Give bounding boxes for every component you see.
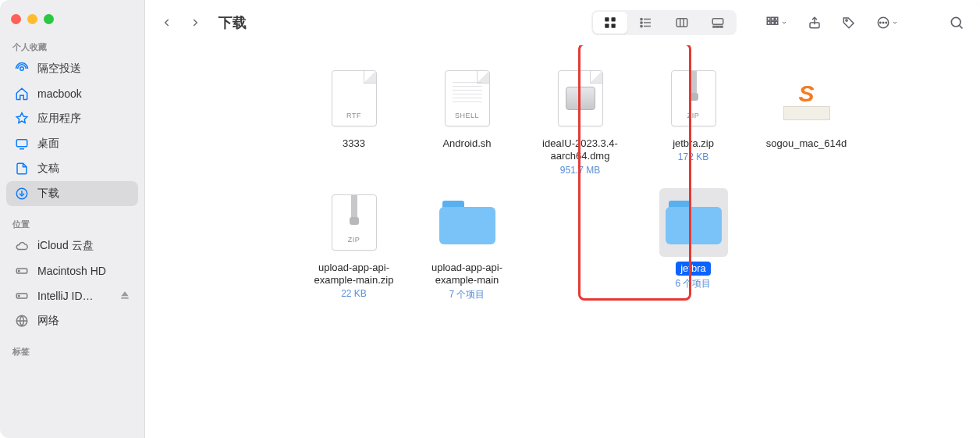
share-button[interactable] <box>805 13 824 32</box>
svg-rect-21 <box>767 17 770 20</box>
file-item[interactable]: ideaIU-2023.3.4-aarch64.dmg 951.7 MB <box>524 59 637 183</box>
sidebar-item-intellij-idea[interactable]: IntelliJ ID… <box>6 283 138 308</box>
sidebar-item-applications[interactable]: 应用程序 <box>6 106 138 131</box>
svg-rect-11 <box>605 24 609 28</box>
minimize-window-button[interactable] <box>27 14 37 24</box>
nav-forward-button[interactable] <box>183 12 208 34</box>
file-meta: 22 KB <box>341 288 367 299</box>
file-thumbnail <box>659 188 728 257</box>
window-title: 下载 <box>218 13 247 32</box>
sidebar: 个人收藏 隔空投送 macbook 应用程序 桌面 文稿 <box>0 0 145 438</box>
sidebar-item-label: iCloud 云盘 <box>37 239 94 253</box>
file-thumbnail: RTF <box>320 64 389 133</box>
documents-icon <box>14 161 30 176</box>
sidebar-item-macintosh-hd[interactable]: Macintosh HD <box>6 258 138 283</box>
sidebar-item-label: 隔空投送 <box>37 62 81 76</box>
sidebar-item-home[interactable]: macbook <box>6 81 138 106</box>
cloud-icon <box>14 238 30 254</box>
svg-point-14 <box>641 22 642 23</box>
svg-rect-22 <box>772 17 775 20</box>
sidebar-item-label: 网络 <box>37 314 59 328</box>
desktop-icon <box>14 136 30 151</box>
fullscreen-window-button[interactable] <box>44 14 54 24</box>
file-name: 3333 <box>343 137 365 150</box>
window-controls <box>0 6 144 38</box>
sidebar-item-documents[interactable]: 文稿 <box>6 156 138 181</box>
svg-rect-26 <box>776 22 778 25</box>
globe-icon <box>14 313 30 329</box>
svg-point-0 <box>20 67 24 71</box>
file-thumbnail: ZIP <box>659 64 728 133</box>
sidebar-item-label: macbook <box>37 87 82 100</box>
toolbar: 下载 <box>145 0 980 45</box>
sidebar-section-locations-label: 位置 <box>0 215 144 233</box>
file-thumbnail: ZIP <box>320 188 389 257</box>
svg-rect-12 <box>612 24 616 28</box>
file-item[interactable]: SHELL Android.sh <box>410 59 524 183</box>
sidebar-item-label: 桌面 <box>37 137 59 151</box>
file-grid[interactable]: RTF 3333 SHELL Android.sh ideaIU-2023.3.… <box>145 45 980 438</box>
file-item[interactable]: ZIP upload-app-api-example-main.zip 22 K… <box>297 183 410 310</box>
sidebar-item-label: 应用程序 <box>37 112 81 126</box>
svg-rect-18 <box>713 27 715 28</box>
file-item[interactable]: S sogou_mac_614d <box>750 59 863 183</box>
svg-rect-7 <box>121 297 128 298</box>
file-item[interactable]: jetbra 6 个项目 <box>637 183 750 310</box>
eject-icon[interactable] <box>119 290 130 303</box>
svg-rect-20 <box>720 27 723 28</box>
view-columns-button[interactable] <box>665 12 699 34</box>
view-list-button[interactable] <box>629 12 663 34</box>
airdrop-icon <box>14 61 30 77</box>
nav-back-button[interactable] <box>154 12 179 34</box>
finder-window: 个人收藏 隔空投送 macbook 应用程序 桌面 文稿 <box>0 0 980 438</box>
file-meta: 7 个项目 <box>449 288 485 301</box>
file-thumbnail <box>433 188 502 257</box>
sidebar-item-airdrop[interactable]: 隔空投送 <box>6 56 138 81</box>
file-name: jetbra <box>676 262 711 276</box>
sidebar-section-tags-label: 标签 <box>0 343 144 361</box>
group-by-button[interactable] <box>763 13 790 32</box>
sidebar-item-label: Macintosh HD <box>37 265 106 277</box>
svg-rect-1 <box>16 140 27 147</box>
sidebar-item-desktop[interactable]: 桌面 <box>6 131 138 156</box>
file-thumbnail <box>546 64 615 133</box>
svg-rect-16 <box>676 19 687 27</box>
svg-point-32 <box>886 22 887 23</box>
home-icon <box>14 86 30 101</box>
view-mode-switcher <box>591 10 737 35</box>
sidebar-item-network[interactable]: 网络 <box>6 308 138 333</box>
disk-icon <box>14 288 30 304</box>
file-meta: 172 KB <box>678 151 708 162</box>
sidebar-item-label: IntelliJ ID… <box>37 290 94 302</box>
file-item[interactable]: ZIP jetbra.zip 172 KB <box>637 59 750 183</box>
file-item[interactable]: RTF 3333 <box>297 59 410 183</box>
search-button[interactable] <box>947 13 966 32</box>
svg-rect-24 <box>767 22 770 25</box>
view-gallery-button[interactable] <box>701 12 735 34</box>
sidebar-item-downloads[interactable]: 下载 <box>6 181 138 206</box>
svg-point-4 <box>19 270 20 272</box>
tags-button[interactable] <box>840 13 858 32</box>
svg-point-15 <box>641 25 642 27</box>
file-name: jetbra.zip <box>673 137 714 150</box>
svg-point-30 <box>880 22 882 23</box>
sidebar-item-icloud[interactable]: iCloud 云盘 <box>6 233 138 258</box>
svg-rect-17 <box>712 19 723 25</box>
file-name: ideaIU-2023.3.4-aarch64.dmg <box>530 137 631 163</box>
svg-rect-23 <box>776 17 778 20</box>
svg-point-31 <box>882 22 884 23</box>
action-menu-button[interactable] <box>874 13 900 32</box>
close-window-button[interactable] <box>11 14 21 24</box>
apps-icon <box>14 111 30 126</box>
view-icons-button[interactable] <box>593 12 627 34</box>
file-meta: 951.7 MB <box>560 165 600 176</box>
svg-point-6 <box>19 295 20 297</box>
sidebar-item-label: 文稿 <box>37 162 59 176</box>
downloads-icon <box>14 186 30 201</box>
svg-rect-10 <box>612 17 616 21</box>
sidebar-section-favorites-label: 个人收藏 <box>0 38 144 56</box>
file-item[interactable]: upload-app-api-example-main 7 个项目 <box>410 183 524 310</box>
svg-rect-25 <box>772 22 775 25</box>
disk-icon <box>14 263 30 279</box>
svg-rect-19 <box>717 27 719 28</box>
